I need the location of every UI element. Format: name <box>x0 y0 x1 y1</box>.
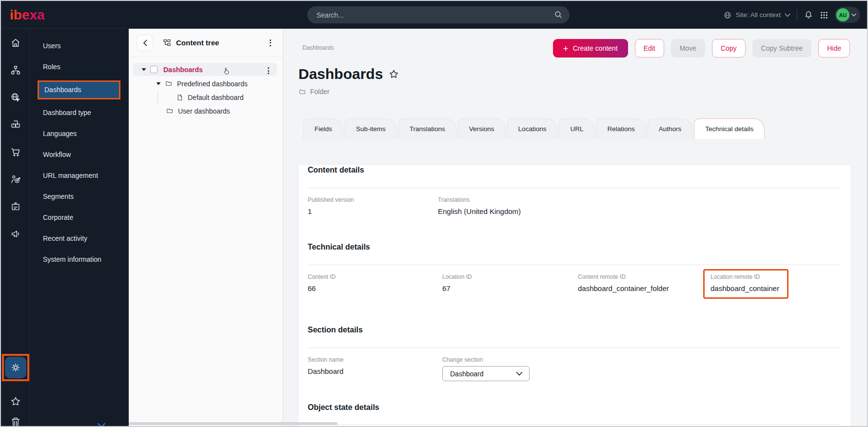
copy-subtree-button[interactable]: Copy Subtree <box>752 39 812 58</box>
field-section-name: Section name Dashboard <box>308 356 442 381</box>
section-divider <box>308 188 841 188</box>
search-icon[interactable] <box>554 10 563 19</box>
section-heading-technical-details: Technical details <box>308 242 841 252</box>
sidebar-item-languages[interactable]: Languages <box>30 123 129 144</box>
favorite-star-icon[interactable] <box>388 69 399 80</box>
notifications-bell-icon[interactable] <box>804 10 813 20</box>
page-title: Dashboards <box>298 66 383 82</box>
collapse-tree-button[interactable] <box>137 35 153 51</box>
tree-guide-line <box>158 90 158 104</box>
tab-authors[interactable]: Authors <box>648 118 693 139</box>
topbar-divider <box>797 9 797 21</box>
content-tree-icon <box>163 39 171 47</box>
caret-down-icon[interactable] <box>156 82 161 86</box>
tab-url[interactable]: URL <box>559 118 594 139</box>
sidebar-item-url-management[interactable]: URL management <box>30 165 129 186</box>
main-content: Dashboards + Create content Edit Move Co… <box>283 29 867 426</box>
tree-node-label: Default dashboard <box>188 94 243 101</box>
trash-icon[interactable] <box>10 416 21 427</box>
tree-node-user-dashboards[interactable]: User dashboards <box>129 105 283 117</box>
content-type-folder-icon <box>298 88 306 96</box>
plus-icon: + <box>563 44 569 53</box>
edit-button[interactable]: Edit <box>635 39 664 58</box>
app-grid-icon[interactable] <box>820 11 829 19</box>
copy-button[interactable]: Copy <box>712 39 746 58</box>
tab-relations[interactable]: Relations <box>596 118 646 139</box>
field-translations: Translations English (United Kingdom) <box>438 196 841 216</box>
logo-text: ibexa <box>10 7 45 22</box>
caret-down-icon[interactable] <box>141 68 146 72</box>
personalization-target-icon[interactable] <box>10 174 21 185</box>
marketing-megaphone-icon[interactable] <box>10 229 21 239</box>
corporate-badge-icon[interactable] <box>10 201 21 212</box>
tree-options-kebab-icon[interactable] <box>267 38 274 48</box>
annotation-box-settings <box>2 354 29 381</box>
bookmarks-star-icon[interactable] <box>10 396 21 408</box>
tree-node-dashboards[interactable]: Dashboards <box>133 63 277 76</box>
folder-icon <box>166 107 174 115</box>
hide-button[interactable]: Hide <box>818 39 850 58</box>
field-content-id: Content ID 66 <box>308 273 442 299</box>
sidebar-item-segments[interactable]: Segments <box>30 186 129 207</box>
tree-node-checkbox[interactable] <box>150 66 158 73</box>
tree-node-label: Predefined dashboards <box>177 80 248 88</box>
tree-node-default-dashboard[interactable]: Default dashboard <box>129 91 283 103</box>
admin-sidebar: Users Roles Dashboards Dashboard type La… <box>30 29 129 426</box>
move-button[interactable]: Move <box>671 39 705 58</box>
hand-cursor-icon <box>222 66 231 76</box>
section-divider <box>308 425 841 425</box>
top-bar: ibexa Site: All context <box>1 1 867 29</box>
products-icon[interactable] <box>10 119 21 130</box>
section-heading-section-details: Section details <box>308 325 841 335</box>
tree-node-predefined-dashboards[interactable]: Predefined dashboards <box>129 78 283 90</box>
section-heading-content-details: Content details <box>308 165 841 175</box>
chevron-down-icon <box>516 371 523 376</box>
sidebar-item-workflow[interactable]: Workflow <box>30 144 129 165</box>
folder-icon <box>165 80 173 87</box>
tab-versions[interactable]: Versions <box>458 118 506 139</box>
content-structure-icon[interactable] <box>10 65 21 76</box>
sidebar-item-users[interactable]: Users <box>30 36 129 57</box>
tab-translations[interactable]: Translations <box>398 118 456 139</box>
site-context-selector[interactable]: Site: All context <box>723 11 790 19</box>
app-window: ibexa Site: All context <box>0 0 868 427</box>
sidebar-item-roles[interactable]: Roles <box>30 57 129 78</box>
tree-node-label: Dashboards <box>163 66 203 74</box>
tab-bar: Fields Sub-items Translations Versions L… <box>303 118 867 139</box>
field-content-remote-id: Content remote ID dashboard_container_fo… <box>578 273 710 299</box>
commerce-cart-icon[interactable] <box>10 147 21 157</box>
site-globe-icon[interactable] <box>10 92 21 103</box>
tab-technical-details[interactable]: Technical details <box>694 118 765 139</box>
sidebar-item-system-information[interactable]: System information <box>30 249 129 270</box>
section-heading-object-state-details: Object state details <box>308 403 841 412</box>
sidebar-item-recent-activity[interactable]: Recent activity <box>30 228 129 249</box>
tree-node-kebab-icon[interactable] <box>265 65 272 76</box>
change-section-dropdown[interactable]: Dashboard <box>442 366 530 381</box>
chevron-left-icon <box>143 39 147 46</box>
search-input[interactable] <box>307 6 570 23</box>
avatar-chevron-icon <box>851 13 856 17</box>
field-change-section: Change section Dashboard <box>442 356 841 381</box>
ibexa-logo[interactable]: ibexa <box>10 6 48 24</box>
tab-sub-items[interactable]: Sub-items <box>345 118 397 139</box>
file-icon <box>176 94 183 101</box>
tree-node-label: User dashboards <box>178 107 230 115</box>
avatar: AU <box>836 8 849 21</box>
sidebar-item-corporate[interactable]: Corporate <box>30 207 129 228</box>
user-menu[interactable]: AU <box>835 7 860 23</box>
site-context-label: Site: All context <box>736 11 781 19</box>
create-content-button[interactable]: + Create content <box>553 39 628 58</box>
icon-rail <box>1 29 30 426</box>
horizontal-scrollbar[interactable] <box>129 422 337 425</box>
content-tree-title: Content tree <box>176 39 219 47</box>
settings-button[interactable] <box>5 357 26 378</box>
section-divider <box>308 265 841 265</box>
tab-fields[interactable]: Fields <box>303 118 343 139</box>
annotation-box-dashboards: Dashboards <box>38 80 120 99</box>
sidebar-item-dashboards[interactable]: Dashboards <box>39 82 119 98</box>
sidebar-scroll-chevron-icon[interactable] <box>97 423 106 427</box>
sidebar-item-dashboard-type[interactable]: Dashboard type <box>30 102 129 123</box>
breadcrumb[interactable]: Dashboards <box>302 44 334 51</box>
home-icon[interactable] <box>10 38 21 48</box>
tab-locations[interactable]: Locations <box>507 118 558 139</box>
